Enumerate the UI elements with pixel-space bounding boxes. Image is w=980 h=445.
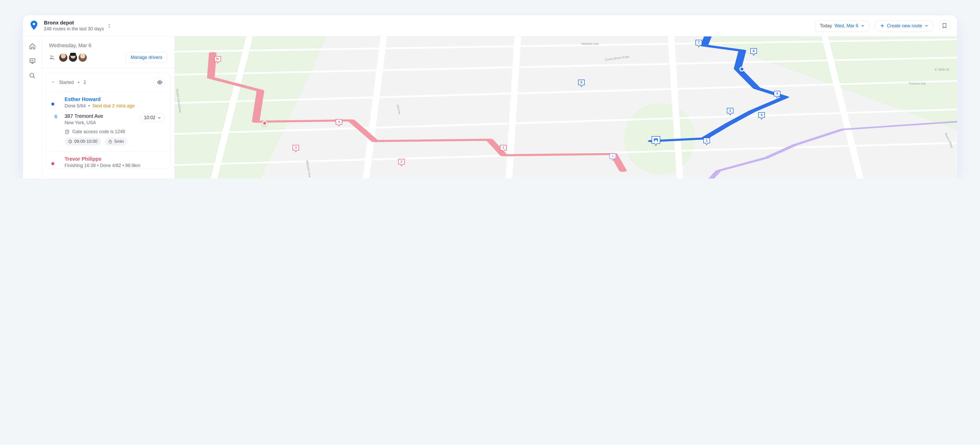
svg-point-6 <box>109 141 112 143</box>
svg-text:4: 4 <box>776 92 778 95</box>
duration-chip: 5min <box>105 138 127 146</box>
stop-pin-blue[interactable]: 5 <box>578 79 585 88</box>
current-stop-row: 6 387 Tremont Ave New York, USA 10:02 <box>51 113 165 125</box>
stop-pin-blue[interactable]: 2 <box>726 108 734 116</box>
svg-point-2 <box>51 55 52 57</box>
svg-text:1: 1 <box>612 154 614 158</box>
group-count: 2 <box>83 80 86 85</box>
svg-text:2: 2 <box>729 109 731 112</box>
eta-chip[interactable]: 10:02 <box>140 113 165 122</box>
depot-selector[interactable]: Bronx depot 248 routes in the last 30 da… <box>44 20 111 32</box>
divider <box>42 68 174 68</box>
nav-rail <box>23 36 42 179</box>
nav-search-icon[interactable] <box>29 72 36 79</box>
svg-text:4: 4 <box>338 120 340 124</box>
create-route-label: Create new route <box>887 23 922 29</box>
svg-point-4 <box>159 82 161 83</box>
street-label: Tremont Ave <box>908 82 926 86</box>
time-window-chip: 09:00-10:00 <box>65 138 101 146</box>
driver-avatar-2[interactable] <box>68 53 78 62</box>
driver-subline: Finishing 16:38 • Done 4/82 • 98.9km <box>65 163 140 168</box>
stop-pin-pink[interactable]: 1 <box>500 144 507 153</box>
stop-pin-pink[interactable]: 5 <box>214 55 221 64</box>
create-route-button[interactable]: Create new route <box>875 21 933 32</box>
depot-pin[interactable] <box>651 135 661 147</box>
stop-number: 6 <box>51 113 60 120</box>
svg-point-3 <box>52 56 54 57</box>
svg-rect-7 <box>655 140 657 141</box>
street-label: Webster Ave <box>581 42 599 46</box>
stop-pin-pink[interactable]: 2 <box>398 158 405 167</box>
bookmark-button[interactable] <box>939 21 950 31</box>
street-label: E 180th St <box>935 68 949 71</box>
topbar: Bronx depot 248 routes in the last 30 da… <box>23 15 957 36</box>
stop-address-line1: 387 Tremont Ave <box>65 113 136 119</box>
people-icon <box>49 54 55 61</box>
clock-icon <box>68 139 72 144</box>
stop-pin-purple[interactable]: 1 <box>609 153 617 162</box>
svg-text:7: 7 <box>698 41 700 44</box>
stop-pin-pink[interactable]: 3 <box>292 144 300 153</box>
driver-avatar-3[interactable] <box>78 53 87 62</box>
map-svg <box>175 36 957 179</box>
group-title: Started <box>59 80 74 85</box>
driver-position-blue[interactable] <box>739 67 745 72</box>
stop-address-line2: New York, USA <box>65 120 136 125</box>
svg-text:2: 2 <box>401 160 402 163</box>
stop-note: Gate access code is 1248 <box>65 129 165 135</box>
nav-presentation-icon[interactable] <box>29 57 36 65</box>
svg-point-1 <box>30 73 34 77</box>
date-picker[interactable]: Today Wed, Mar 6 <box>815 21 869 32</box>
driver-position-pink[interactable] <box>262 120 267 126</box>
updown-chevron-icon <box>107 23 111 28</box>
driver-subline: Done 5/64 • Next due 2 mins ago <box>65 103 135 109</box>
svg-text:1: 1 <box>706 138 708 142</box>
stop-pin-blue[interactable]: 7 <box>695 39 703 48</box>
driver-card-esther[interactable]: Esther Howard Done 5/64 • Next due 2 min… <box>46 92 170 152</box>
date-value: Wed, Mar 6 <box>835 23 858 29</box>
depot-name: Bronx depot <box>44 20 104 26</box>
note-icon <box>65 129 70 135</box>
date-prefix: Today <box>820 23 832 29</box>
driver-name: Trevor Philipps <box>65 156 140 162</box>
svg-text:3: 3 <box>760 113 762 117</box>
svg-text:3: 3 <box>295 146 297 149</box>
map[interactable]: Webster Ave Cross Bronx Expy E 180th St … <box>175 36 957 179</box>
stop-pin-pink[interactable]: 4 <box>335 119 343 127</box>
visibility-toggle-button[interactable] <box>155 78 165 87</box>
driver-avatar-1[interactable] <box>59 53 68 62</box>
stop-pin-blue[interactable]: 4 <box>773 90 781 99</box>
side-panel: Wednesday, Mar 6 Manage drivers Started … <box>42 36 175 179</box>
driver-card-trevor[interactable]: Trevor Philipps Finishing 16:38 • Done 4… <box>46 152 170 168</box>
stop-chips: 09:00-10:00 5min <box>65 138 165 146</box>
app-window: Bronx depot 248 routes in the last 30 da… <box>23 15 957 179</box>
drivers-row: Manage drivers <box>42 52 174 68</box>
stop-pin-blue[interactable]: 1 <box>703 137 711 146</box>
manage-drivers-button[interactable]: Manage drivers <box>126 52 167 63</box>
driver-avatar-esther <box>51 97 60 106</box>
started-group-card: Started • 2 Esther Howard Done 5/64 <box>45 73 171 169</box>
caret-down-icon <box>51 80 55 85</box>
driver-avatar-trevor <box>51 156 60 165</box>
panel-date-heading: Wednesday, Mar 6 <box>42 36 174 52</box>
body: Wednesday, Mar 6 Manage drivers Started … <box>23 36 957 179</box>
nav-home-icon[interactable] <box>29 43 36 50</box>
svg-text:5: 5 <box>581 80 582 84</box>
driver-name: Esther Howard <box>65 97 135 102</box>
svg-text:1: 1 <box>502 146 504 149</box>
stop-pin-blue[interactable]: 6 <box>750 48 757 56</box>
svg-text:5: 5 <box>216 57 218 61</box>
app-logo-pin-icon <box>30 21 38 31</box>
stop-pin-blue[interactable]: 3 <box>758 112 765 120</box>
group-header[interactable]: Started • 2 <box>46 73 170 92</box>
depot-subtitle: 248 routes in the last 30 days <box>44 26 104 32</box>
stopwatch-icon <box>108 139 112 144</box>
svg-text:6: 6 <box>752 49 754 53</box>
